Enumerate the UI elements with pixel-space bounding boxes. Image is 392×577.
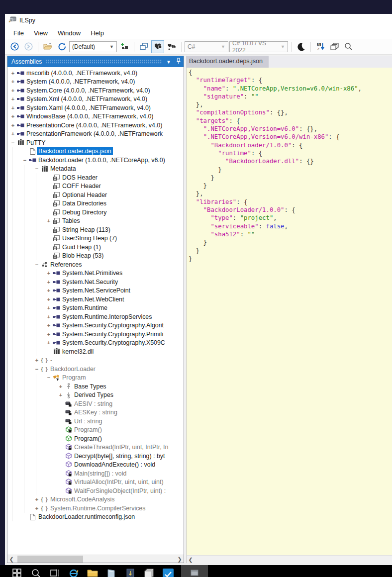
tree-item[interactable]: DownloadAndExecute() : void	[7, 461, 184, 470]
task-view-icon[interactable]	[49, 569, 61, 577]
tree-item[interactable]: AESIV : string	[7, 399, 184, 408]
tree-item[interactable]: +{ }-	[7, 356, 184, 365]
scrollbar-thumb[interactable]	[17, 556, 83, 563]
tree-item[interactable]: −Program	[7, 374, 184, 383]
expand-icon[interactable]: +	[45, 322, 52, 328]
expand-icon[interactable]: +	[9, 122, 16, 128]
back-button[interactable]	[8, 40, 21, 53]
expand-icon[interactable]: +	[45, 279, 52, 285]
expand-icon[interactable]: +	[45, 331, 52, 337]
expand-icon[interactable]: +	[9, 79, 16, 85]
tree-item[interactable]: Blob Heap (53)	[7, 252, 184, 261]
tree-item[interactable]: +PresentationCore (4.0.0.0, .NETFramewor…	[7, 121, 184, 130]
tree-item[interactable]: Debug Directory	[7, 208, 184, 217]
tree-item[interactable]: WaitForSingleObject(IntPtr, uint) :	[7, 486, 184, 495]
search-button[interactable]	[342, 40, 355, 53]
tree-item[interactable]: Data Directories	[7, 199, 184, 208]
tree-item[interactable]: DOS Header	[7, 173, 184, 182]
expand-icon[interactable]: +	[57, 392, 64, 398]
tree-item[interactable]: String Heap (113)	[7, 225, 184, 234]
menu-window[interactable]: Window	[53, 28, 85, 38]
tree-item[interactable]: +System.Security.Cryptography.X509C	[7, 339, 184, 348]
tree-item[interactable]: −Metadata	[7, 165, 184, 174]
tree-item[interactable]: +Base Types	[7, 382, 184, 391]
pane-menu-chevron-icon[interactable]: ▼	[166, 59, 171, 65]
pin-icon[interactable]	[176, 58, 181, 66]
collapse-icon[interactable]: −	[33, 166, 40, 172]
tree-item[interactable]: −References	[7, 260, 184, 269]
add-assembly-list-button[interactable]	[118, 40, 131, 53]
expand-icon[interactable]: +	[45, 218, 52, 224]
expand-icon[interactable]: +	[45, 288, 52, 293]
tree-item[interactable]: +System.Net.ServicePoint	[7, 287, 184, 295]
search-icon[interactable]	[30, 569, 42, 577]
expand-icon[interactable]: +	[45, 270, 52, 276]
expand-icon[interactable]: +	[9, 88, 16, 94]
tree-item[interactable]: +System.Net.Security	[7, 278, 184, 287]
pinned-app-icon[interactable]	[181, 565, 208, 577]
tree-item[interactable]: +System.Xml (4.0.0.0, .NETFramework, v4.…	[7, 95, 184, 104]
tree-item[interactable]: CreateThread(IntPtr, uint, IntPtr, In	[7, 443, 184, 452]
tree-item[interactable]: +Derived Types	[7, 391, 184, 400]
expand-icon[interactable]: +	[45, 340, 52, 346]
tree-item[interactable]: +System.Security.Cryptography.Primiti	[7, 330, 184, 339]
expand-icon[interactable]: +	[33, 357, 40, 363]
tree-item[interactable]: Decrypt(byte[], string, string) : byt	[7, 452, 184, 461]
tree-item[interactable]: Optional Header	[7, 191, 184, 199]
dark-theme-toggle[interactable]	[294, 40, 307, 53]
tree-item[interactable]: Program()	[7, 426, 184, 435]
menu-view[interactable]: View	[29, 28, 52, 38]
tree-item[interactable]: +mscorlib (4.0.0.0, .NETFramework, v4.0)	[7, 69, 184, 78]
refresh-button[interactable]	[55, 40, 68, 53]
tree-item[interactable]: +System.Security.Cryptography.Algorit	[7, 321, 184, 330]
tree-item[interactable]: Guid Heap (1)	[7, 243, 184, 252]
tree-item[interactable]: −PuTTY	[7, 138, 184, 147]
tree-item[interactable]: +{ }Microsoft.CodeAnalysis	[7, 495, 184, 504]
tab-backdoorloader-deps-json[interactable]: BackdoorLoader.deps.json	[186, 56, 269, 68]
expand-icon[interactable]: +	[57, 384, 64, 389]
forward-button[interactable]	[22, 40, 35, 53]
expand-icon[interactable]: +	[33, 496, 40, 502]
scroll-right-icon[interactable]: ❯	[176, 555, 184, 563]
expand-icon[interactable]: +	[9, 105, 16, 111]
menu-file[interactable]: File	[9, 28, 28, 38]
tree-item[interactable]: BackdoorLoader.deps.json	[7, 147, 184, 156]
tree-item[interactable]: +System (4.0.0.0, .NETFramework, v4.0)	[7, 78, 184, 87]
expand-icon[interactable]: +	[45, 314, 52, 320]
tree-item[interactable]: +System.Core (4.0.0.0, .NETFramework, v4…	[7, 86, 184, 95]
expand-icon[interactable]: +	[33, 505, 40, 511]
menu-help[interactable]: Help	[86, 28, 108, 38]
tree-item[interactable]: +WindowsBase (4.0.0.0, .NETFramework, v4…	[7, 112, 184, 121]
tree-item[interactable]: +{ }System.Runtime.CompilerServices	[7, 504, 184, 513]
tree-item[interactable]: −BackdoorLoader (1.0.0.0, .NETCoreApp, v…	[7, 156, 184, 165]
collapse-icon[interactable]: −	[9, 140, 16, 146]
tree-item[interactable]: Main(string[]) : void	[7, 469, 184, 478]
tree-item[interactable]: UserString Heap (7)	[7, 234, 184, 243]
app-document-icon[interactable]	[124, 569, 136, 577]
tree-item[interactable]: +System.Runtime.InteropServices	[7, 312, 184, 321]
tree-item[interactable]: kernel32.dll	[7, 347, 184, 356]
tree-item[interactable]: +System.Runtime	[7, 304, 184, 313]
collapse-icon[interactable]: −	[45, 375, 52, 381]
tree-item[interactable]: +System.Net.Primitives	[7, 269, 184, 278]
collapse-all-button[interactable]	[328, 40, 341, 53]
tree-item[interactable]: BackdoorLoader.runtimeconfig.json	[7, 513, 184, 522]
start-icon[interactable]	[11, 569, 23, 577]
tree-item[interactable]: +PresentationFramework (4.0.0.0, .NETFra…	[7, 130, 184, 139]
expand-icon[interactable]: +	[9, 131, 16, 137]
expand-icon[interactable]: +	[45, 305, 52, 311]
tree-item[interactable]: +System.Net.WebClient	[7, 295, 184, 304]
expand-icon[interactable]: +	[45, 296, 52, 302]
show-all-api-button[interactable]	[165, 40, 178, 53]
expand-icon[interactable]: +	[9, 70, 16, 76]
tree-item[interactable]: −{ }BackdoorLoader	[7, 365, 184, 374]
active-app-icon[interactable]	[162, 569, 174, 577]
language-select[interactable]: C# ▼	[185, 41, 228, 52]
editor-horizontal-scrollbar[interactable]: ❮	[186, 555, 392, 563]
tree-item[interactable]: AESKey : string	[7, 408, 184, 417]
tree-item[interactable]: +System.Xaml (4.0.0.0, .NETFramework, v4…	[7, 103, 184, 112]
file-explorer-icon[interactable]	[87, 569, 98, 577]
expand-icon[interactable]: +	[9, 113, 16, 119]
collapse-icon[interactable]: −	[33, 366, 40, 372]
internet-explorer-icon[interactable]	[68, 569, 80, 577]
